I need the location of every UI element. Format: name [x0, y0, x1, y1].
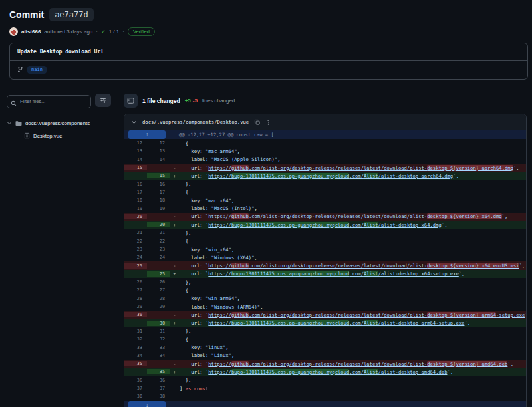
old-line-number[interactable]: 17 — [124, 190, 147, 195]
new-line-number[interactable]: 30 — [147, 321, 170, 326]
url-link[interactable]: bugo-1301111475.cos.ap-guangzhou.myqclou… — [231, 222, 349, 228]
old-line-number[interactable]: 33 — [124, 345, 147, 350]
old-line-number[interactable]: 20 — [124, 214, 147, 219]
old-line-number[interactable]: 16 — [124, 182, 147, 187]
new-line-number[interactable]: 15 — [147, 173, 170, 178]
new-line-number[interactable]: 22 — [147, 239, 170, 244]
new-line-number[interactable]: 25 — [147, 271, 170, 277]
url-link[interactable]: -setup.exe — [496, 312, 525, 318]
collapse-file-chevron-icon[interactable] — [131, 119, 137, 125]
author-login[interactable]: alist666 — [21, 29, 41, 35]
new-line-number[interactable]: 35 — [147, 369, 170, 374]
url-link[interactable]: https:// — [208, 369, 231, 375]
url-link[interactable]: github — [231, 165, 249, 171]
url-link[interactable]: bugo-1301111475.cos.ap-guangzhou.myqclou… — [231, 369, 349, 375]
url-link[interactable]: https:// — [208, 213, 231, 219]
new-line-number[interactable]: 28 — [147, 296, 170, 301]
expand-down-icon[interactable]: ↓ — [128, 401, 166, 407]
new-line-number[interactable]: 34 — [147, 353, 170, 358]
filter-files-input[interactable] — [7, 95, 91, 108]
tree-file-row[interactable]: Desktop.vue — [7, 130, 111, 142]
url-link[interactable]: Alist — [364, 369, 378, 375]
old-line-number[interactable]: 12 — [124, 140, 147, 146]
new-line-number[interactable]: 36 — [147, 378, 170, 383]
old-line-number[interactable]: 22 — [124, 239, 147, 244]
new-line-number[interactable]: 38 — [147, 394, 170, 399]
file-path[interactable]: docs/.vuepress/components/Desktop.vue — [142, 119, 249, 125]
new-line-number[interactable]: 13 — [147, 148, 170, 154]
new-line-number[interactable]: 33 — [147, 345, 170, 350]
avatar[interactable] — [9, 27, 18, 36]
url-link[interactable]: desktop_${version}_aarch64.dmg — [427, 165, 513, 171]
url-link[interactable]: /alist-desktop_aarch64.dmg — [378, 173, 454, 179]
filter-sliders-icon[interactable] — [95, 94, 111, 107]
old-line-number[interactable]: 21 — [124, 230, 147, 235]
url-link[interactable]: desktop_${version}_x64_en-US.msi — [427, 263, 519, 269]
expand-up-icon[interactable]: ↑ — [128, 130, 166, 139]
verified-badge[interactable]: Verified — [128, 27, 155, 36]
url-link[interactable]: /alist-desktop_x64-setup.exe — [378, 271, 459, 277]
new-line-number[interactable]: 14 — [147, 157, 170, 162]
url-link[interactable]: .com/ — [349, 369, 364, 375]
url-link[interactable]: bugo-1301111475.cos.ap-guangzhou.myqclou… — [231, 320, 349, 326]
copy-icon[interactable] — [254, 119, 260, 125]
old-line-number[interactable]: 36 — [124, 378, 147, 383]
new-line-number[interactable]: 24 — [147, 255, 170, 260]
new-line-number[interactable]: 23 — [147, 247, 170, 252]
url-link[interactable]: https:// — [208, 320, 231, 326]
old-line-number[interactable]: 35 — [124, 361, 147, 366]
url-link[interactable]: .com/alist-org/desktop-release/releases/… — [249, 165, 427, 171]
branch-name-chip[interactable]: main — [27, 66, 47, 74]
url-link[interactable]: https:// — [208, 165, 231, 171]
old-line-number[interactable]: 32 — [124, 337, 147, 342]
old-line-number[interactable]: 37 — [124, 386, 147, 391]
new-line-number[interactable]: 21 — [147, 230, 170, 235]
new-line-number[interactable]: 37 — [147, 386, 170, 391]
new-line-number[interactable]: 18 — [147, 198, 170, 203]
url-link[interactable]: /alist-desktop_x64.dmg — [378, 222, 442, 228]
url-link[interactable]: .com/alist-org/desktop-release/releases/… — [249, 361, 427, 367]
url-link[interactable]: .com/alist-org/desktop-release/releases/… — [249, 213, 427, 219]
url-link[interactable]: Alist — [364, 320, 378, 326]
url-link[interactable]: .com/ — [349, 222, 364, 228]
url-link[interactable]: github — [231, 361, 249, 367]
url-link[interactable]: desktop_${version}_amd64.deb — [427, 361, 507, 367]
url-link[interactable]: https:// — [208, 173, 231, 179]
url-link[interactable]: .com/alist-org/desktop-release/releases/… — [249, 312, 427, 318]
url-link[interactable]: https:// — [208, 312, 231, 318]
new-line-number[interactable]: 26 — [147, 279, 170, 285]
expand-all-icon[interactable] — [265, 119, 271, 126]
url-link[interactable]: .com/ — [349, 173, 364, 179]
old-line-number[interactable]: 15 — [124, 165, 147, 170]
url-link[interactable]: desktop_${version}_x64.dmg — [427, 213, 502, 219]
old-line-number[interactable]: 26 — [124, 279, 147, 285]
url-link[interactable]: Alist — [364, 173, 378, 179]
old-line-number[interactable]: 25 — [124, 263, 147, 269]
url-link[interactable]: https:// — [208, 271, 231, 277]
url-link[interactable]: https:// — [208, 222, 231, 228]
old-line-number[interactable]: 14 — [124, 157, 147, 162]
file-tree-toggle-icon[interactable] — [124, 94, 138, 108]
url-link[interactable]: /alist-desktop_arm64-setup.exe — [378, 320, 465, 326]
url-link[interactable]: https:// — [208, 263, 231, 269]
old-line-number[interactable]: 24 — [124, 255, 147, 260]
url-link[interactable]: .com/alist-org/desktop-release/releases/… — [249, 263, 427, 269]
new-line-number[interactable]: 17 — [147, 190, 170, 195]
url-link[interactable]: bugo-1301111475.cos.ap-guangzhou.myqclou… — [231, 173, 349, 179]
old-line-number[interactable]: 27 — [124, 287, 147, 293]
new-line-number[interactable]: 32 — [147, 337, 170, 342]
new-line-number[interactable]: 19 — [147, 206, 170, 211]
old-line-number[interactable]: 34 — [124, 353, 147, 358]
url-link[interactable]: /alist-desktop_amd64.deb — [378, 369, 448, 375]
old-line-number[interactable]: 30 — [124, 312, 147, 317]
old-line-number[interactable]: 23 — [124, 247, 147, 252]
new-line-number[interactable]: 27 — [147, 287, 170, 293]
url-link[interactable]: desktop_${version}_arm64 — [427, 312, 496, 318]
new-line-number[interactable]: 16 — [147, 182, 170, 187]
url-link[interactable]: github — [231, 263, 249, 269]
old-line-number[interactable]: 31 — [124, 329, 147, 334]
old-line-number[interactable]: 29 — [124, 304, 147, 309]
url-link[interactable]: https:// — [208, 361, 231, 367]
url-link[interactable]: bugo-1301111475.cos.ap-guangzhou.myqclou… — [231, 271, 349, 277]
old-line-number[interactable]: 38 — [124, 394, 147, 399]
